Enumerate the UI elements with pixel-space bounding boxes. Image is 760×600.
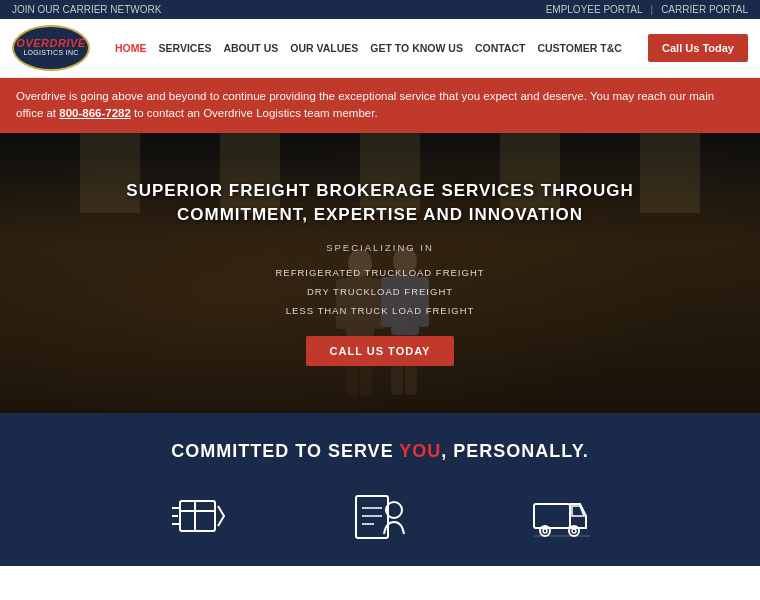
service-icons-row [20,486,740,546]
committed-text-after: , PERSONALLY. [441,441,588,461]
svg-point-26 [543,529,547,533]
bottom-section: COMMITTED TO SERVE YOU, PERSONALLY. [0,413,760,566]
nav-home[interactable]: HOME [110,38,152,58]
call-today-button[interactable]: Call Us Today [648,34,748,62]
carrier-portal-link[interactable]: CARRIER PORTAL [661,4,748,15]
logo-oval: OVERDRIVE LOGISTICS INC [12,25,90,71]
logo: OVERDRIVE LOGISTICS INC [12,25,90,71]
hero-title: SUPERIOR FREIGHT BROKERAGE SERVICES THRO… [126,179,633,227]
package-icon [170,486,230,546]
committed-you: YOU [399,441,441,461]
logo-logistics-text: LOGISTICS INC [23,49,78,57]
svg-rect-23 [534,504,570,528]
navbar: OVERDRIVE LOGISTICS INC HOME SERVICES AB… [0,19,760,78]
svg-rect-18 [356,496,388,538]
nav-customer-tc[interactable]: CUSTOMER T&C [532,38,626,58]
nav-links: HOME SERVICES ABOUT US OUR VALUES GET TO… [110,38,638,58]
svg-rect-12 [180,501,215,531]
package-service-icon [170,486,230,546]
nav-contact[interactable]: CONTACT [470,38,531,58]
divider: | [651,4,654,15]
top-bar: JOIN OUR CARRIER NETWORK EMPLOYEE PORTAL… [0,0,760,19]
portal-links: EMPLOYEE PORTAL | CARRIER PORTAL [546,4,748,15]
committed-text-before: COMMITTED TO SERVE [171,441,399,461]
hero-specialties: REFRIGERATED TRUCKLOAD FREIGHT DRY TRUCK… [126,263,633,320]
alert-text-after: to contact an Overdrive Logistics team m… [131,107,378,119]
nav-values[interactable]: OUR VALUES [285,38,363,58]
truck-icon [530,486,590,546]
hero-cta-button[interactable]: CALL US TODAY [306,336,455,366]
agent-service-icon [350,486,410,546]
logo-overdrive-text: OVERDRIVE [16,38,85,49]
agent-icon [350,486,410,546]
nav-get-to-know[interactable]: GET TO KNOW US [365,38,468,58]
committed-heading: COMMITTED TO SERVE YOU, PERSONALLY. [171,441,588,462]
hero-content: SUPERIOR FREIGHT BROKERAGE SERVICES THRO… [126,179,633,367]
alert-phone[interactable]: 800-866-7282 [59,107,131,119]
svg-point-27 [572,529,576,533]
hero-section: SUPERIOR FREIGHT BROKERAGE SERVICES THRO… [0,133,760,413]
hero-specializing-label: SPECIALIZING IN [126,242,633,253]
alert-bar: Overdrive is going above and beyond to c… [0,78,760,133]
employee-portal-link[interactable]: EMPLOYEE PORTAL [546,4,643,15]
nav-services[interactable]: SERVICES [154,38,217,58]
truck-service-icon [530,486,590,546]
nav-about[interactable]: ABOUT US [218,38,283,58]
join-carrier-link[interactable]: JOIN OUR CARRIER NETWORK [12,4,161,15]
